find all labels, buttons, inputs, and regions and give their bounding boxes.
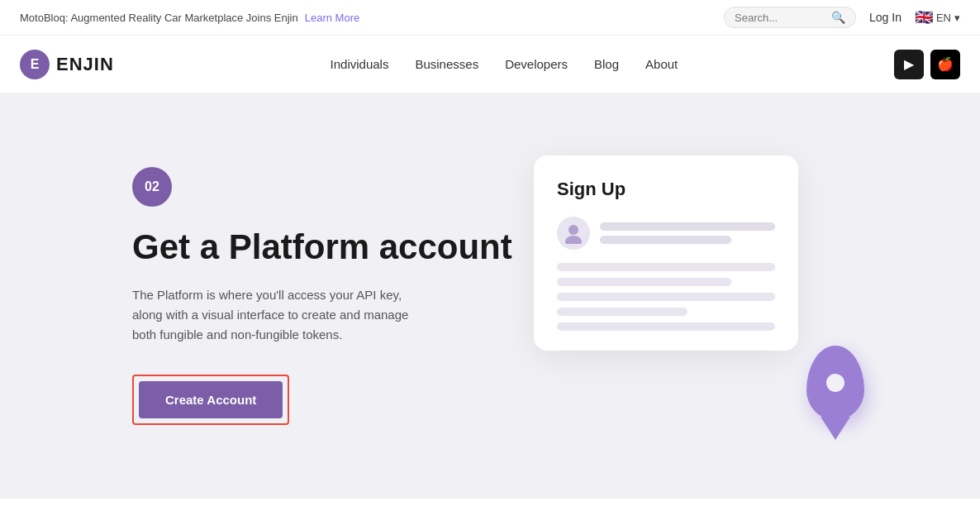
card-line-2: [557, 278, 731, 286]
hero-section: 02 Get a Platform account The Platform i…: [0, 93, 980, 499]
nav-link-developers[interactable]: Developers: [505, 57, 568, 71]
search-input[interactable]: [735, 12, 826, 24]
nav-link-individuals[interactable]: Individuals: [331, 57, 389, 71]
card-line-5: [557, 322, 775, 331]
announcement-right: 🔍 Log In 🇬🇧 EN ▾: [724, 7, 960, 28]
logo-icon-letter: E: [31, 57, 40, 72]
hero-title: Get a Platform account: [132, 227, 512, 268]
search-bar[interactable]: 🔍: [724, 7, 856, 28]
search-icon: 🔍: [831, 11, 845, 24]
apple-store-button[interactable]: 🍎: [930, 50, 960, 79]
announcement-bar: MotoBloq: Augmented Reality Car Marketpl…: [0, 0, 980, 36]
logo-text: ENJIN: [56, 54, 114, 75]
signup-card-title: Sign Up: [557, 179, 775, 200]
card-lines: [557, 263, 775, 331]
logo[interactable]: E ENJIN: [20, 50, 114, 79]
language-selector[interactable]: 🇬🇧 EN ▾: [915, 8, 960, 26]
avatar: [557, 217, 590, 250]
hero-description: The Platform is where you'll access your…: [132, 285, 430, 345]
hero-right: Sign Up: [534, 155, 881, 437]
card-line-1: [557, 263, 775, 271]
create-account-button-wrapper: Create Account: [132, 375, 289, 425]
main-nav: E ENJIN Individuals Businesses Developer…: [0, 36, 980, 93]
card-line-4: [557, 308, 687, 316]
login-button[interactable]: Log In: [869, 11, 902, 24]
svg-point-1: [565, 236, 582, 244]
logo-icon: E: [20, 50, 50, 79]
flag-icon: 🇬🇧: [915, 8, 933, 26]
nav-link-blog[interactable]: Blog: [594, 57, 619, 71]
card-text-line-medium: [600, 236, 731, 244]
chevron-down-icon: ▾: [954, 12, 960, 24]
nav-links: Individuals Businesses Developers Blog A…: [331, 57, 678, 71]
svg-point-0: [568, 225, 578, 235]
card-avatar-row: [557, 217, 775, 250]
announcement-text: MotoBloq: Augmented Reality Car Marketpl…: [20, 12, 298, 24]
pin-body: [806, 346, 864, 420]
lang-code: EN: [936, 12, 951, 24]
play-store-button[interactable]: ▶: [894, 50, 924, 79]
card-text-lines-main: [600, 222, 775, 244]
create-account-button[interactable]: Create Account: [139, 381, 283, 418]
apple-icon: 🍎: [937, 56, 954, 72]
person-icon: [563, 222, 584, 244]
signup-card: Sign Up: [534, 155, 798, 351]
nav-icons: ▶ 🍎: [894, 50, 960, 79]
nav-link-about[interactable]: About: [645, 57, 678, 71]
step-badge: 02: [132, 167, 172, 207]
pin-hole: [826, 374, 844, 392]
card-line-3: [557, 293, 775, 301]
card-text-line-long: [600, 222, 775, 231]
nav-link-businesses[interactable]: Businesses: [415, 57, 478, 71]
hero-left: 02 Get a Platform account The Platform i…: [132, 167, 512, 424]
announcement-left: MotoBloq: Augmented Reality Car Marketpl…: [20, 12, 359, 24]
learn-more-link[interactable]: Learn More: [305, 12, 359, 24]
map-pin-illustration: [806, 346, 864, 420]
play-icon: ▶: [904, 56, 914, 72]
